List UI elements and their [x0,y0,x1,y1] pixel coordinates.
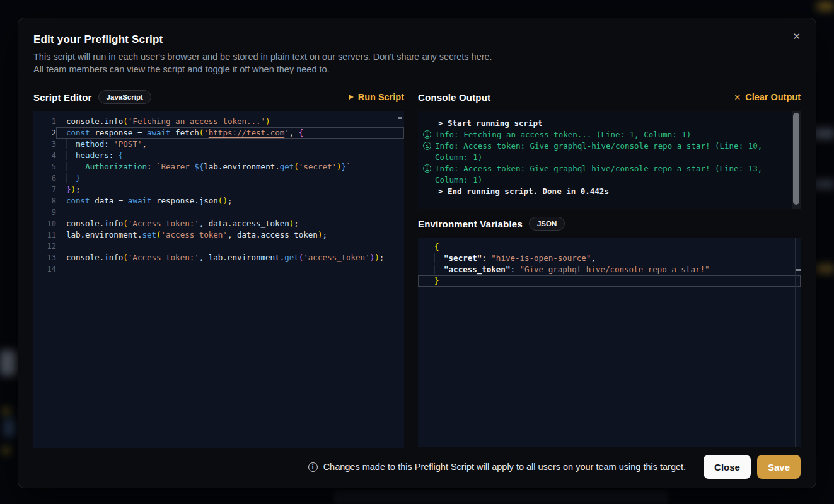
line-number: 14 [33,263,56,275]
code-token: set [142,230,156,239]
footer-note: i Changes made to this Preflight Script … [308,462,686,472]
code-token: { [299,128,304,137]
code-line[interactable]: 2const response = await fetch('https://t… [33,127,404,139]
code-line[interactable]: 1console.info('Fetching an access token.… [33,116,404,127]
backdrop-blur [3,447,10,454]
code-line-content [56,263,404,275]
code-token: method [76,139,104,149]
code-line[interactable]: 7}); [33,184,404,195]
code-token: fetch [171,128,199,137]
code-line[interactable]: 9 [33,207,404,218]
code-token: { [434,242,439,251]
code-line[interactable]: "secret": "hive-is-open-source", [418,253,801,264]
backdrop-blur [816,265,834,273]
backdrop-blur [334,490,668,504]
code-token: 'access_token' [303,253,369,262]
code-token [76,162,85,171]
code-token: } [76,173,81,183]
code-line[interactable]: 8const data = await response.json(); [33,195,404,207]
info-icon: i [423,164,431,173]
line-number: 4 [33,150,56,161]
script-editor-title: Script Editor [33,92,92,103]
code-token: console.info [66,253,123,262]
line-number: 1 [33,116,56,127]
script-code-editor[interactable]: 1console.info('Fetching an access token.… [33,111,404,448]
code-line-content: const data = await response.json(); [56,195,404,207]
dialog-title: Edit your Preflight Script [33,33,801,46]
code-line-content: } [56,173,404,184]
backdrop-blur [817,3,834,10]
console-entry: > Start running script [423,118,784,129]
code-token: get [280,162,294,171]
code-line[interactable]: 12 [33,241,404,252]
console-entry-text: > End running script. Done in 0.442s [435,186,784,197]
code-token: "hive-is-open-source" [491,253,591,263]
line-number: 9 [33,207,56,218]
code-token: "secret" [444,253,482,263]
save-button[interactable]: Save [757,455,801,479]
code-token: ; [76,185,81,194]
code-token: , [142,139,147,149]
code-token: ) [337,162,342,171]
console-entry-text: Info: Access token: Give graphql-hive/co… [435,140,784,163]
console-output-panel: > Start running scriptiInfo: Fetching an… [418,111,801,209]
line-number: 10 [33,218,56,229]
code-token: } [434,276,439,285]
run-script-button[interactable]: Run Script [349,92,404,102]
line-number: 12 [33,241,56,252]
code-line[interactable]: } [418,275,801,287]
line-number: 13 [33,252,56,263]
code-token: , data.access_token [228,230,318,239]
close-icon[interactable]: ✕ [792,32,801,42]
code-token: : [109,151,119,160]
code-token: () [218,196,228,205]
console-header: Console Output ✕ Clear Output [418,89,801,105]
line-number: 6 [33,173,56,184]
clear-icon: ✕ [734,93,741,102]
code-token: response.json [152,196,218,205]
code-line[interactable]: "access_token": "Give graphql-hive/conso… [418,264,801,275]
code-line[interactable]: 4 headers: { [33,150,404,161]
code-line[interactable]: 3 method: 'POST', [33,139,404,150]
close-button[interactable]: Close [704,455,751,479]
code-line-content [56,207,404,218]
code-token: response = [90,128,147,137]
code-token: 'Fetching an access token...' [128,117,265,126]
code-token: await [128,196,152,205]
clear-output-button[interactable]: ✕ Clear Output [734,92,801,102]
code-token [66,139,76,149]
info-icon: i [423,130,431,139]
code-line[interactable]: 14 [33,263,404,275]
code-token: ; [294,219,299,228]
code-line[interactable]: { [418,241,801,253]
code-line-content [56,241,404,252]
code-line[interactable]: 13console.info('Access token:', lab.envi… [33,252,404,263]
code-line[interactable]: 11lab.environment.set('access_token', da… [33,229,404,241]
console-entry: iInfo: Access token: Give graphql-hive/c… [423,163,784,186]
code-token: ; [322,230,327,239]
code-line[interactable]: 6 } [33,173,404,184]
code-line-content: const response = await fetch('https://te… [56,127,404,139]
code-token [434,265,444,274]
code-token [66,162,76,171]
code-token: headers [76,151,109,160]
code-token: console.info [66,117,123,126]
json-badge: JSON [529,217,565,231]
script-editor-header: Script Editor JavaScript Run Script [33,89,404,105]
info-icon: i [423,142,431,150]
code-line[interactable]: 10console.info('Access token:', data.acc… [33,218,404,229]
code-line-content: }); [56,184,404,195]
console-scrollbar[interactable] [793,113,799,205]
env-variables-editor[interactable]: { "secret": "hive-is-open-source", "acce… [418,238,801,447]
info-icon: i [308,462,318,472]
code-token: ) [374,253,379,262]
code-line-content: "secret": "hive-is-open-source", [418,253,801,264]
console-entry: iInfo: Fetching an access token... (Line… [423,129,784,140]
code-token: , data.access_token [199,219,289,228]
code-token: 'access_token' [161,230,228,239]
code-line-content: lab.environment.set('access_token', data… [56,229,404,241]
console-separator [423,200,784,200]
code-token: ( [123,117,128,126]
line-number: 8 [33,195,56,207]
code-line[interactable]: 5 Authorization: `Bearer ${lab.environme… [33,161,404,173]
